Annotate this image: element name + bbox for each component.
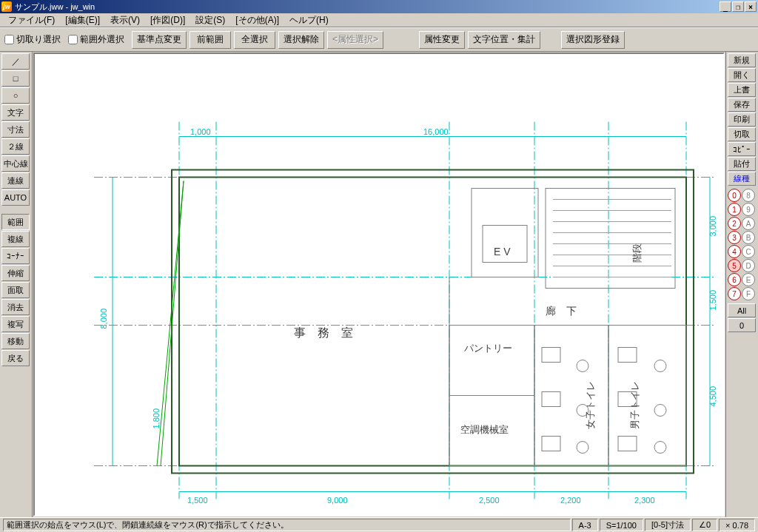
tool-text[interactable]: 文字: [1, 104, 30, 121]
svg-point-32: [577, 360, 588, 372]
basepoint-button[interactable]: 基準点変更: [132, 31, 187, 49]
svg-point-38: [654, 360, 666, 372]
save-button[interactable]: 保存: [728, 98, 756, 112]
tool-chamfer[interactable]: 面取: [1, 282, 30, 298]
layer-4[interactable]: 4: [728, 245, 741, 258]
menu-settings[interactable]: 設定(S): [190, 13, 230, 28]
minimize-button[interactable]: _: [720, 1, 731, 12]
title-text: サンプル.jww - jw_win: [15, 1, 95, 13]
layer-D[interactable]: D: [742, 259, 755, 272]
linetype-button[interactable]: 線種: [728, 172, 756, 186]
regshape-button[interactable]: 選択図形登録: [561, 31, 625, 49]
tool-auto[interactable]: AUTO: [1, 189, 30, 206]
svg-text:階段: 階段: [631, 243, 643, 263]
copy-button[interactable]: ｺﾋﾟｰ: [728, 142, 756, 156]
selection-toolbar: 切取り選択 範囲外選択 基準点変更 前範囲 全選択 選択解除 <属性選択> 属性…: [0, 27, 758, 52]
layer-2[interactable]: 2: [728, 217, 741, 230]
tool-circle[interactable]: ○: [1, 87, 30, 104]
svg-text:1,800: 1,800: [152, 408, 161, 429]
zero-button[interactable]: 0: [728, 318, 756, 332]
menu-view[interactable]: 表示(V): [105, 13, 145, 28]
app-icon: jw: [1, 1, 12, 12]
prevrange-button[interactable]: 前範囲: [190, 31, 231, 49]
layer-5[interactable]: 5: [728, 259, 741, 272]
menu-help[interactable]: ヘルプ(H): [284, 13, 334, 28]
open-button[interactable]: 開く: [728, 68, 756, 82]
layer-9[interactable]: 9: [742, 203, 755, 216]
menubar: ファイル(F) [編集(E)] 表示(V) [作図(D)] 設定(S) [その他…: [0, 13, 758, 27]
layer-C[interactable]: C: [742, 245, 755, 258]
layer-0[interactable]: 0: [728, 189, 741, 202]
svg-text:E V: E V: [494, 246, 511, 257]
svg-text:男子トイレ: 男子トイレ: [629, 381, 640, 429]
layer-A[interactable]: A: [742, 217, 755, 230]
close-button[interactable]: ×: [745, 1, 757, 12]
status-layer[interactable]: [0-5]寸法: [645, 519, 691, 531]
menu-edit[interactable]: [編集(E)]: [60, 13, 105, 28]
clip-select-check[interactable]: 切取り選択: [4, 33, 61, 46]
tool-corner[interactable]: ｺｰﾅｰ: [1, 248, 30, 264]
svg-text:空調機械室: 空調機械室: [460, 424, 509, 435]
svg-rect-30: [542, 392, 560, 407]
layer-6[interactable]: 6: [728, 273, 741, 286]
svg-rect-12: [472, 189, 538, 277]
new-button[interactable]: 新規: [728, 53, 756, 67]
layer-F[interactable]: F: [742, 287, 755, 300]
status-angle[interactable]: ∠0: [692, 519, 717, 531]
svg-rect-10: [179, 178, 686, 466]
cut-button[interactable]: 切取: [728, 127, 756, 141]
selectall-button[interactable]: 全選択: [234, 31, 275, 49]
tool-parallel[interactable]: 複線: [1, 231, 30, 247]
tool-2line[interactable]: ２線: [1, 138, 30, 155]
svg-text:廊　下: 廊 下: [546, 305, 577, 317]
outside-select-check[interactable]: 範囲外選択: [68, 33, 124, 46]
tool-dim[interactable]: 寸法: [1, 121, 30, 138]
layer-8[interactable]: 8: [742, 189, 755, 202]
status-paper[interactable]: A-3: [572, 519, 598, 531]
tool-polyline[interactable]: 連線: [1, 172, 30, 189]
svg-text:9,000: 9,000: [327, 496, 348, 505]
tool-copy[interactable]: 複写: [1, 316, 30, 332]
tool-line[interactable]: ／: [1, 53, 30, 70]
tool-extend[interactable]: 伸縮: [1, 265, 30, 281]
menu-other[interactable]: [その他(A)]: [230, 13, 284, 28]
status-scale[interactable]: S=1/100: [600, 519, 643, 531]
tool-move[interactable]: 移動: [1, 333, 30, 349]
layer-3[interactable]: 3: [728, 231, 741, 244]
all-button[interactable]: All: [728, 303, 756, 317]
maximize-button[interactable]: ❐: [732, 1, 744, 12]
svg-text:2,200: 2,200: [560, 496, 581, 505]
svg-text:1,500: 1,500: [708, 290, 717, 311]
statusbar: 範囲選択の始点をマウス(L)で、閉鎖連続線をマウス(R)で指示してください。 A…: [0, 517, 758, 532]
drawing-canvas[interactable]: 1,000 16,000 8,000 1,800 1,500 9,000 2,5…: [33, 53, 725, 516]
svg-point-40: [654, 442, 666, 454]
svg-point-34: [577, 442, 588, 454]
tool-range[interactable]: 範囲: [1, 214, 30, 230]
layer-7[interactable]: 7: [728, 287, 741, 300]
tool-erase[interactable]: 消去: [1, 299, 30, 315]
menu-file[interactable]: ファイル(F): [3, 13, 60, 28]
svg-point-39: [654, 405, 666, 417]
attrchange-button[interactable]: 属性変更: [419, 31, 465, 49]
tool-rect[interactable]: □: [1, 70, 30, 87]
textpos-button[interactable]: 文字位置・集計: [468, 31, 540, 49]
tool-centerline[interactable]: 中心線: [1, 155, 30, 172]
svg-text:2,500: 2,500: [479, 496, 500, 505]
layer-E[interactable]: E: [742, 273, 755, 286]
svg-rect-29: [542, 348, 560, 363]
print-button[interactable]: 印刷: [728, 112, 756, 127]
status-zoom[interactable]: × 0.78: [719, 519, 755, 531]
menu-draw[interactable]: [作図(D)]: [145, 13, 190, 28]
overwrite-button[interactable]: 上書: [728, 83, 756, 97]
tool-undo[interactable]: 戻る: [1, 350, 30, 366]
titlebar: jw サンプル.jww - jw_win _ ❐ ×: [0, 0, 758, 13]
status-message: 範囲選択の始点をマウス(L)で、閉鎖連続線をマウス(R)で指示してください。: [3, 519, 571, 531]
svg-text:女子トイレ: 女子トイレ: [585, 381, 596, 429]
layer-1[interactable]: 1: [728, 203, 741, 216]
svg-text:パントリー: パントリー: [463, 343, 512, 354]
deselect-button[interactable]: 選択解除: [278, 31, 324, 49]
layer-B[interactable]: B: [742, 231, 755, 244]
paste-button[interactable]: 貼付: [728, 157, 756, 171]
layer-group-grid: 0 8 1 9 2 A 3 B 4 C 5 D 6 E 7 F: [728, 189, 756, 300]
attrselect-button[interactable]: <属性選択>: [327, 31, 383, 49]
